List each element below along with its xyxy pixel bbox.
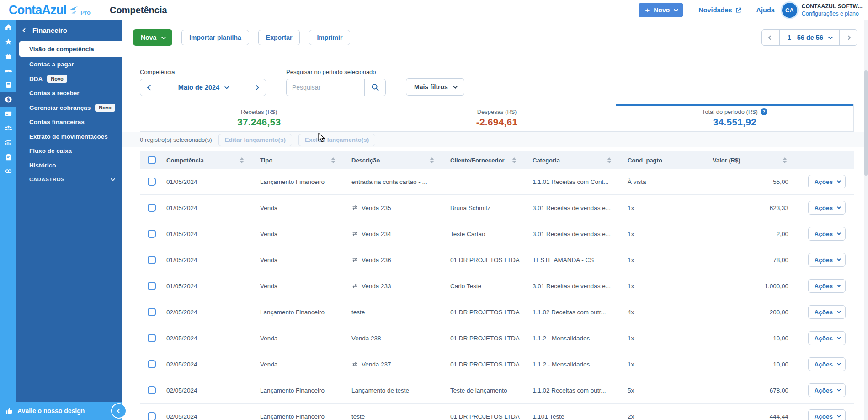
scrollbar-thumb[interactable] — [864, 70, 868, 176]
row-checkbox[interactable] — [148, 334, 156, 342]
row-checkbox[interactable] — [148, 230, 156, 238]
row-checkbox[interactable] — [148, 178, 156, 186]
pagination-next-button[interactable] — [840, 30, 857, 45]
home-icon[interactable] — [0, 20, 16, 35]
editar-lancamentos-button[interactable]: Editar lançamento(s) — [218, 134, 293, 146]
chart-icon[interactable] — [0, 135, 16, 150]
summary-card-2[interactable]: Total do período (R$)?34.551,92 — [616, 104, 854, 132]
sort-icon[interactable] — [331, 157, 335, 163]
acoes-button[interactable]: Ações — [808, 279, 846, 293]
excluir-lancamentos-button[interactable]: Excluir lançamento(s) — [298, 134, 375, 146]
sidebar-item-cadastros[interactable]: CADASTROS — [16, 172, 122, 182]
account-settings-link[interactable]: Configurações e plano — [802, 11, 863, 17]
star-icon[interactable] — [0, 35, 16, 49]
summary-card-label: Despesas (R$) — [477, 108, 517, 115]
column-header-6[interactable]: Valor (R$) — [692, 151, 789, 169]
row-checkbox[interactable] — [148, 360, 156, 368]
sort-icon[interactable] — [240, 157, 244, 163]
ajuda-link[interactable]: Ajuda — [756, 6, 775, 14]
select-all-checkbox[interactable] — [148, 156, 156, 164]
sidebar-item-contas-financeiras[interactable]: Contas financeiras — [16, 115, 122, 129]
handshake-icon[interactable] — [0, 64, 16, 78]
importar-planilha-button[interactable]: Importar planilha — [181, 30, 249, 45]
period-dropdown[interactable]: Maio de 2024 — [160, 79, 246, 96]
summary-card-1[interactable]: Despesas (R$)-2.694,61 — [378, 104, 615, 132]
column-header-3[interactable]: Cliente/Fornecedor — [447, 151, 530, 169]
sidebar-item-contas-a-pagar[interactable]: Contas a pagar — [16, 57, 122, 72]
cell-valor: 78,00 — [692, 257, 789, 264]
sidebar-item-dda[interactable]: DDANovo — [16, 72, 122, 86]
acoes-button[interactable]: Ações — [808, 331, 846, 345]
descricao-text: Venda 235 — [362, 205, 391, 211]
pagination-prev-button[interactable] — [762, 30, 779, 45]
clipboard-icon[interactable] — [0, 150, 16, 165]
column-header-2[interactable]: Descrição — [349, 151, 447, 169]
imprimir-button[interactable]: Imprimir — [309, 30, 350, 45]
design-feedback-banner[interactable]: Avalie o nosso design — [0, 402, 122, 420]
row-checkbox[interactable] — [148, 386, 156, 394]
column-header-5[interactable]: Cond. pagto — [625, 151, 692, 169]
row-checkbox[interactable] — [148, 308, 156, 316]
vertical-scrollbar[interactable] — [864, 20, 868, 420]
notes-icon[interactable] — [0, 78, 16, 92]
sort-icon[interactable] — [430, 157, 434, 163]
chevron-down-icon — [837, 231, 841, 235]
acoes-button[interactable]: Ações — [808, 227, 846, 241]
pagination-range-dropdown[interactable]: 1 - 56 de 56 — [779, 30, 840, 45]
row-checkbox[interactable] — [148, 256, 156, 264]
acoes-button[interactable]: Ações — [808, 175, 846, 188]
mais-filtros-button[interactable]: Mais filtros — [406, 78, 464, 96]
row-checkbox[interactable] — [148, 412, 156, 420]
account-menu[interactable]: CA CONTAAZUL SOFTW... Configurações e pl… — [782, 3, 863, 18]
link-icon[interactable] — [0, 164, 16, 179]
dollar-icon[interactable]: $ — [0, 92, 16, 107]
sidebar-item-fluxo-de-caixa[interactable]: Fluxo de caixa — [16, 144, 122, 158]
sort-icon[interactable] — [783, 157, 787, 163]
chevron-down-icon — [837, 335, 841, 339]
cell-cond-pagto: 2x — [625, 413, 692, 420]
avatar[interactable]: CA — [782, 3, 797, 18]
row-checkbox[interactable] — [148, 204, 156, 212]
column-header-4[interactable]: Categoria — [530, 151, 625, 169]
sidebar-item-visao-de-competencia[interactable]: Visão de competência — [19, 41, 122, 57]
previous-period-button[interactable] — [140, 79, 160, 96]
sidebar-item-extrato-de-movimentacoes[interactable]: Extrato de movimentações — [16, 129, 122, 144]
acoes-button[interactable]: Ações — [808, 201, 846, 215]
acoes-button[interactable]: Ações — [808, 357, 846, 371]
acoes-button[interactable]: Ações — [808, 383, 846, 397]
card-icon[interactable] — [0, 107, 16, 121]
topbar-right: + Novo Novidades Ajuda CA CONTAAZUL SOFT… — [639, 3, 868, 18]
exportar-button[interactable]: Exportar — [258, 30, 300, 45]
chevron-left-icon — [23, 28, 27, 33]
ajuda-label: Ajuda — [756, 6, 775, 14]
search-input[interactable] — [287, 79, 364, 96]
help-icon[interactable]: ? — [761, 108, 767, 115]
basket-icon[interactable] — [0, 49, 16, 64]
people-icon[interactable] — [0, 121, 16, 136]
summary-card-0[interactable]: Receitas (R$)37.246,53 — [140, 104, 378, 132]
row-checkbox[interactable] — [148, 282, 156, 290]
acoes-button[interactable]: Ações — [808, 253, 846, 267]
sidebar-back-financeiro[interactable]: Financeiro — [16, 20, 122, 36]
nova-button[interactable]: Nova — [133, 29, 172, 46]
sidebar-item-contas-a-receber[interactable]: Contas a receber — [16, 86, 122, 101]
column-header-0[interactable]: Competência — [164, 151, 257, 169]
contaazul-logo[interactable]: Conta Azul Pro — [0, 3, 91, 17]
acoes-button[interactable]: Ações — [808, 305, 846, 319]
chevron-down-icon — [111, 177, 115, 181]
acoes-button[interactable]: Ações — [808, 409, 846, 420]
svg-text:$: $ — [6, 97, 10, 102]
sidebar-item-gerenciar-cobrancas[interactable]: Gerenciar cobrançasNovo — [16, 101, 122, 115]
novidades-link[interactable]: Novidades — [698, 6, 741, 14]
sort-icon[interactable] — [607, 157, 611, 163]
sidebar-item-historico[interactable]: Histórico — [16, 158, 122, 173]
cell-tipo: Lançamento Financeiro — [257, 387, 349, 394]
column-header-1[interactable]: Tipo — [257, 151, 349, 169]
sort-icon[interactable] — [512, 157, 516, 163]
next-period-button[interactable] — [246, 79, 266, 96]
logo-text-azul: Azul — [42, 3, 67, 17]
search-button[interactable] — [364, 79, 385, 96]
collapse-sidebar-button[interactable] — [111, 403, 127, 419]
acoes-label: Ações — [814, 309, 833, 316]
novo-button[interactable]: + Novo — [639, 3, 683, 17]
